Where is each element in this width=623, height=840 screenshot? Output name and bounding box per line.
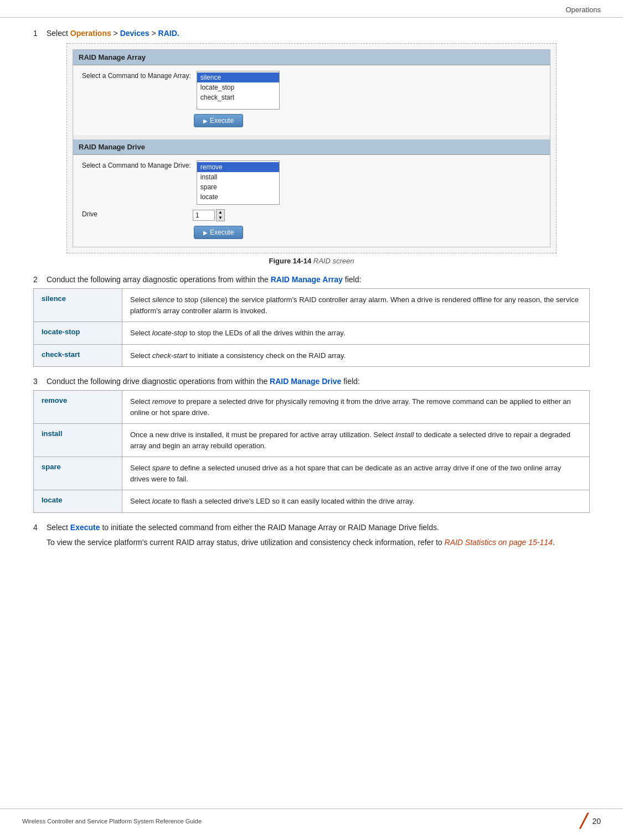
last-para-2: To view the service platform's current R… [33,536,590,548]
array-table-row-locate-stop: locate-stop Select locate-stop to stop t… [34,322,590,345]
raid-drive-number-row: Drive 1 ▲ ▼ [82,209,541,221]
page-footer: Wireless Controller and Service Platform… [0,808,623,829]
step-2-text: Conduct the following array diagnostic o… [47,275,361,284]
footer-page-number: 20 [592,817,601,826]
figure-caption: Figure 14-14 RAID screen [33,257,590,265]
drive-table-row-spare: spare Select spare to define a selected … [34,457,590,490]
step-3-text: Conduct the following drive diagnostic o… [47,377,360,386]
raid-manage-drive-section: RAID Manage Drive Select a Command to Ma… [73,139,550,247]
figure-label: Figure 14-14 [269,257,312,265]
raid-drive-label: Select a Command to Manage Drive: [82,160,191,169]
devices-link[interactable]: Devices [120,29,150,38]
raid-array-label: Select a Command to Manage Array: [82,71,191,80]
step-2-number: 2 [33,275,47,284]
raid-array-execute-button[interactable]: Execute [194,114,243,127]
raid-manage-drive-ref: RAID Manage Drive [270,377,341,386]
term-check-start: check-start [34,344,122,367]
term-remove: remove [34,391,122,424]
operations-link[interactable]: Operations [70,29,111,38]
raid-drive-item-locate[interactable]: locate [197,192,279,202]
raid-drive-execute-button[interactable]: Execute [194,226,243,239]
step-1-number: 1 [33,29,47,38]
term-silence: silence [34,289,122,322]
raid-drive-item-spare[interactable]: spare [197,182,279,192]
raid-drive-command-row: Select a Command to Manage Drive: remove… [82,160,541,205]
screenshot-box: RAID Manage Array Select a Command to Ma… [66,43,557,253]
desc-locate-stop: Select locate-stop to stop the LEDs of a… [122,322,590,345]
step-3-line: 3 Conduct the following drive diagnostic… [33,377,590,386]
term-spare: spare [34,457,122,490]
drive-stepper-down[interactable]: ▼ [217,215,224,221]
page-content: 1 Select Operations > Devices > RAID. RA… [0,18,623,592]
footer-slash-icon: ╱ [580,813,588,829]
raid-manage-drive-body: Select a Command to Manage Drive: remove… [73,155,550,247]
raid-manage-array-header: RAID Manage Array [73,50,550,65]
step-2-line: 2 Conduct the following array diagnostic… [33,275,590,284]
raid-manage-array-section: RAID Manage Array Select a Command to Ma… [73,50,550,135]
raid-drive-listbox[interactable]: remove install spare locate [197,160,280,205]
raid-array-item-check-start[interactable]: check_start [197,92,279,102]
drive-table-row-locate: locate Select locate to flash a selected… [34,490,590,513]
screenshot-inner: RAID Manage Array Select a Command to Ma… [73,49,550,247]
raid-array-listbox[interactable]: silence locate_stop check_start [197,71,280,110]
step-4-line: 4 Select Execute to initiate the selecte… [33,523,590,532]
raid-drive-item-install[interactable]: install [197,172,279,182]
raid-drive-item-remove[interactable]: remove [197,162,279,172]
drive-table: remove Select remove to prepare a select… [33,390,590,513]
drive-stepper[interactable]: ▲ ▼ [216,209,225,221]
step-1-text: Select Operations > Devices > RAID. [47,29,179,38]
step-3-block: 3 Conduct the following drive diagnostic… [33,377,590,513]
desc-remove: Select remove to prepare a selected driv… [122,391,590,424]
step-4-block: 4 Select Execute to initiate the selecte… [33,523,590,548]
raid-manage-drive-header: RAID Manage Drive [73,139,550,155]
raid-drive-number-input[interactable]: 1 [193,210,215,221]
raid-link[interactable]: RAID. [158,29,179,38]
footer-left-text: Wireless Controller and Service Platform… [22,818,580,825]
drive-stepper-up[interactable]: ▲ [217,210,224,215]
step-1-line: 1 Select Operations > Devices > RAID. [33,29,590,38]
term-locate: locate [34,490,122,513]
desc-check-start: Select check-start to initiate a consist… [122,344,590,367]
raid-drive-number-label: Drive [82,209,187,218]
execute-ref: Execute [70,523,100,532]
step-4-number: 4 [33,523,47,532]
array-table-row-silence: silence Select silence to stop (silence)… [34,289,590,322]
desc-spare: Select spare to define a selected unused… [122,457,590,490]
step-3-number: 3 [33,377,47,386]
drive-table-row-remove: remove Select remove to prepare a select… [34,391,590,424]
footer-right: ╱ 20 [580,813,601,829]
array-table: silence Select silence to stop (silence)… [33,288,590,367]
raid-manage-array-ref: RAID Manage Array [271,275,343,284]
desc-locate: Select locate to flash a selected drive'… [122,490,590,513]
step-2-block: 2 Conduct the following array diagnostic… [33,275,590,367]
desc-install: Once a new drive is installed, it must b… [122,424,590,457]
raid-array-item-silence[interactable]: silence [197,72,279,82]
step-4-text: Select Execute to initiate the selected … [47,523,439,532]
term-locate-stop: locate-stop [34,322,122,345]
drive-table-row-install: install Once a new drive is installed, i… [34,424,590,457]
figure-caption-text: RAID screen [313,257,354,265]
raid-manage-array-body: Select a Command to Manage Array: silenc… [73,65,550,135]
header-title: Operations [565,6,601,14]
raid-array-command-row: Select a Command to Manage Array: silenc… [82,71,541,110]
array-table-row-check-start: check-start Select check-start to initia… [34,344,590,367]
term-install: install [34,424,122,457]
step-1-block: 1 Select Operations > Devices > RAID. RA… [33,29,590,265]
page-header: Operations [0,0,623,18]
raid-array-item-locate-stop[interactable]: locate_stop [197,82,279,92]
desc-silence: Select silence to stop (silence) the ser… [122,289,590,322]
raid-stats-link[interactable]: RAID Statistics on page 15-114 [445,538,553,547]
